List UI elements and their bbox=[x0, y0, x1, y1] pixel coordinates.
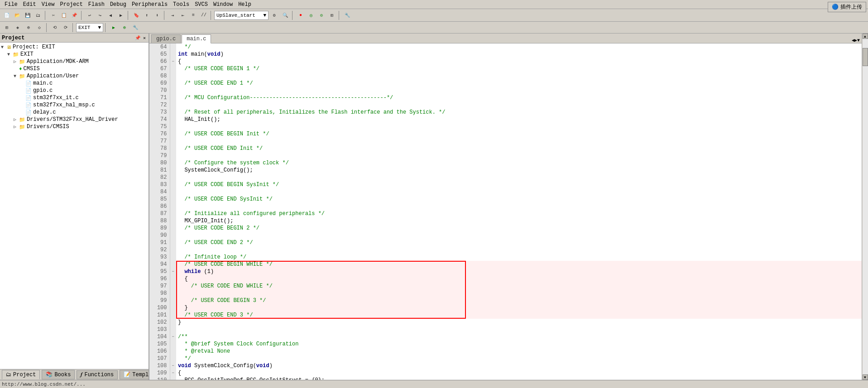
tree-driverscmsis[interactable]: ▷ 📁 Drivers/CMSIS bbox=[1, 123, 148, 130]
fold-control[interactable] bbox=[170, 116, 176, 123]
code-line[interactable]: } bbox=[176, 304, 862, 311]
code-line[interactable]: { bbox=[176, 58, 862, 65]
paste-btn[interactable]: 📌 bbox=[69, 10, 79, 20]
scroll-up-btn[interactable]: ▲ bbox=[863, 34, 868, 39]
bottom-tab-templates[interactable]: 📝 Templates bbox=[120, 370, 149, 379]
menu-svcs[interactable]: SVCS bbox=[192, 1, 211, 8]
menu-view[interactable]: View bbox=[39, 1, 58, 8]
mode-btn[interactable]: ⊞ bbox=[327, 10, 337, 20]
menu-help[interactable]: Help bbox=[235, 1, 254, 8]
code-line[interactable]: void SystemClock_Config(void) bbox=[176, 362, 862, 369]
code-line[interactable]: /* USER CODE BEGIN Init */ bbox=[176, 130, 862, 138]
fold-control[interactable] bbox=[170, 94, 176, 101]
open-btn[interactable]: 📂 bbox=[12, 10, 22, 20]
undo-btn[interactable]: ↩ bbox=[85, 10, 95, 20]
code-container[interactable]: 64 */65int main(void)66−{67 /* USER CODE… bbox=[149, 43, 862, 380]
indent-btn[interactable]: ⇥ bbox=[168, 10, 177, 20]
tb2-debug2[interactable]: ⊕ bbox=[120, 23, 129, 33]
save-btn[interactable]: 💾 bbox=[23, 10, 33, 20]
menu-project[interactable]: Project bbox=[57, 1, 85, 8]
fold-control[interactable] bbox=[170, 348, 176, 355]
code-line[interactable]: /* USER CODE END SysInit */ bbox=[176, 196, 862, 203]
fold-control[interactable] bbox=[170, 254, 176, 261]
code-line[interactable]: * @brief System Clock Configuration bbox=[176, 340, 862, 348]
menu-debug[interactable]: Debug bbox=[107, 1, 129, 8]
indent-all-btn[interactable]: ≡ bbox=[188, 10, 198, 20]
code-line[interactable] bbox=[176, 246, 862, 254]
nav-back-btn[interactable]: ◀ bbox=[106, 10, 115, 20]
tree-stm32msp[interactable]: 📄 stm32f7xx_hal_msp.c bbox=[1, 101, 148, 109]
code-line[interactable] bbox=[176, 203, 862, 210]
tree-delayc[interactable]: 📄 delay.c bbox=[1, 109, 148, 116]
redo-btn[interactable]: ↪ bbox=[95, 10, 105, 20]
code-line[interactable] bbox=[176, 232, 862, 239]
menu-file[interactable]: File bbox=[2, 1, 20, 8]
code-line[interactable]: /* USER CODE BEGIN 3 */ bbox=[176, 297, 862, 304]
code-line[interactable]: HAL_Init(); bbox=[176, 116, 862, 123]
search-btn[interactable]: 🔍 bbox=[280, 10, 290, 20]
code-line[interactable] bbox=[176, 188, 862, 196]
unindent-btn[interactable]: ⇤ bbox=[178, 10, 188, 20]
panel-pin-icon[interactable]: 📌 bbox=[134, 35, 141, 41]
code-line[interactable]: /* USER CODE END 2 */ bbox=[176, 239, 862, 246]
fold-control[interactable] bbox=[170, 355, 176, 362]
tree-gpioc[interactable]: 📄 gpio.c bbox=[1, 87, 148, 94]
code-line[interactable]: /* USER CODE BEGIN 1 */ bbox=[176, 65, 862, 72]
menu-edit[interactable]: Edit bbox=[20, 1, 39, 8]
code-line[interactable]: /* Initialize all configured peripherals… bbox=[176, 210, 862, 217]
fold-control[interactable] bbox=[170, 377, 176, 380]
run-stop-btn[interactable]: ● bbox=[296, 10, 306, 20]
tb2-btn2[interactable]: ◈ bbox=[13, 23, 23, 33]
code-line[interactable]: /* USER CODE END 1 */ bbox=[176, 80, 862, 87]
prev-bookmark-btn[interactable]: ⬆ bbox=[142, 10, 152, 20]
fold-control[interactable] bbox=[170, 246, 176, 254]
code-line[interactable]: SystemClock_Config(); bbox=[176, 167, 862, 174]
fold-control[interactable] bbox=[170, 275, 176, 283]
fold-control[interactable] bbox=[170, 159, 176, 167]
fold-control[interactable] bbox=[170, 239, 176, 246]
run-target-dropdown[interactable]: UpSlave_start ▼ bbox=[214, 11, 269, 20]
fold-control[interactable] bbox=[170, 181, 176, 188]
fold-control[interactable] bbox=[170, 101, 176, 109]
tb2-btn5[interactable]: ⟲ bbox=[50, 23, 60, 33]
fold-control[interactable] bbox=[170, 210, 176, 217]
tab-mainc[interactable]: main.c bbox=[182, 34, 211, 43]
fold-control[interactable] bbox=[170, 80, 176, 87]
tree-cmsis[interactable]: ♦ CMSIS bbox=[1, 65, 148, 72]
tree-drivershal[interactable]: ▷ 📁 Drivers/STM32F7xx_HAL_Driver bbox=[1, 116, 148, 123]
code-line[interactable]: /* USER CODE BEGIN SysInit */ bbox=[176, 181, 862, 188]
fold-control[interactable] bbox=[170, 340, 176, 348]
fold-control[interactable] bbox=[170, 123, 176, 130]
fold-control[interactable] bbox=[170, 174, 176, 181]
target-dropdown[interactable]: EXIT ▼ bbox=[76, 23, 103, 32]
right-scrollbar[interactable]: ▲ ▼ bbox=[862, 34, 868, 380]
fold-control[interactable] bbox=[170, 232, 176, 239]
code-line[interactable] bbox=[176, 123, 862, 130]
code-line[interactable]: /** bbox=[176, 333, 862, 340]
code-line[interactable] bbox=[176, 290, 862, 297]
save-all-btn[interactable]: 🗂 bbox=[33, 10, 43, 20]
fold-control[interactable] bbox=[170, 304, 176, 311]
fold-control[interactable] bbox=[170, 188, 176, 196]
code-line[interactable]: */ bbox=[176, 355, 862, 362]
code-line[interactable] bbox=[176, 72, 862, 80]
tree-appuser[interactable]: ▼ 📁 Application/User bbox=[1, 72, 148, 80]
code-line[interactable]: /* Reset of all peripherals, Initializes… bbox=[176, 109, 862, 116]
fold-control[interactable] bbox=[170, 145, 176, 152]
code-line[interactable]: { bbox=[176, 369, 862, 377]
tree-mainc[interactable]: 📄 main.c bbox=[1, 80, 148, 87]
fold-control[interactable] bbox=[170, 311, 176, 319]
menu-peripherals[interactable]: Peripherals bbox=[129, 1, 170, 8]
code-line[interactable] bbox=[176, 138, 862, 145]
tree-mdk[interactable]: ▷ 📁 Application/MDK-ARM bbox=[1, 58, 148, 65]
fold-control[interactable] bbox=[170, 138, 176, 145]
code-line[interactable]: /* USER CODE BEGIN WHILE */ bbox=[176, 261, 862, 268]
upload-btn[interactable]: 🔵 插件上传 bbox=[828, 2, 866, 12]
code-line[interactable] bbox=[176, 101, 862, 109]
scrollbar-thumb[interactable] bbox=[863, 48, 868, 66]
nav-fwd-btn[interactable]: ▶ bbox=[116, 10, 126, 20]
copy-btn[interactable]: 📋 bbox=[59, 10, 69, 20]
code-line[interactable]: MX_GPIO_Init(); bbox=[176, 217, 862, 225]
code-line[interactable]: { bbox=[176, 275, 862, 283]
fold-control[interactable] bbox=[170, 319, 176, 326]
